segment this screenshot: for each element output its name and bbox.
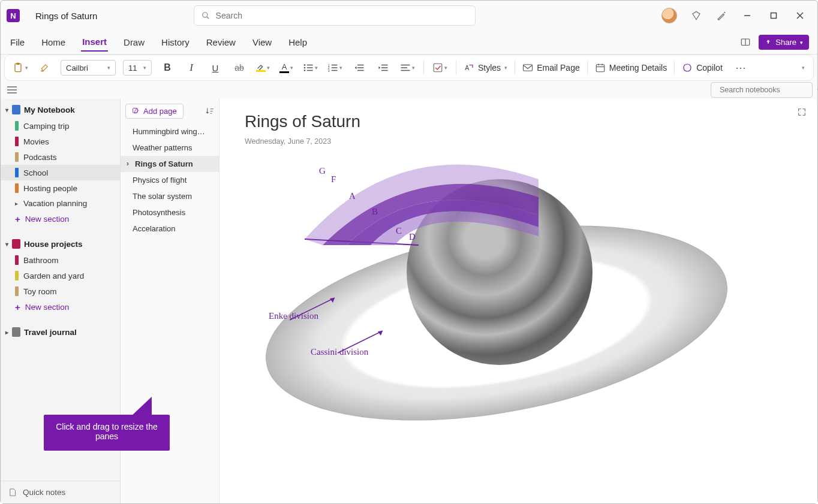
tab-home[interactable]: Home	[40, 34, 67, 51]
notebook-header[interactable]: ▾ House projects	[1, 236, 120, 252]
section-item[interactable]: School	[1, 165, 120, 180]
reading-view-icon[interactable]	[739, 37, 751, 49]
tab-review[interactable]: Review	[205, 34, 237, 51]
resize-tooltip: Click and drag to resize the panes	[44, 415, 170, 451]
section-item[interactable]: Podcasts	[1, 149, 120, 165]
nav-toggle-button[interactable]	[5, 83, 19, 96]
checkbox-icon	[432, 62, 443, 73]
share-button[interactable]: Share ▾	[759, 35, 809, 50]
svg-point-12	[304, 64, 306, 66]
search-icon	[202, 11, 210, 20]
share-label: Share	[775, 38, 796, 47]
format-painter-button[interactable]	[37, 59, 53, 76]
quick-notes-label: Quick notes	[23, 488, 65, 497]
meeting-details-button[interactable]: Meeting Details	[595, 62, 667, 73]
section-item[interactable]: Bathroom	[1, 252, 120, 268]
copilot-label: Copilot	[696, 63, 723, 73]
styles-button[interactable]: A Styles▾	[464, 62, 507, 73]
indent-button[interactable]	[375, 59, 392, 76]
notebooks-search[interactable]: ▾	[711, 82, 813, 98]
tab-view[interactable]: View	[251, 34, 273, 51]
email-page-label: Email Page	[537, 63, 580, 73]
svg-marker-31	[379, 67, 381, 70]
ring-label-a: A	[349, 191, 356, 201]
sections-sidebar: ▾ My NotebookCamping tripMoviesPodcastsS…	[1, 99, 121, 503]
diamond-icon[interactable]	[690, 10, 702, 22]
note-title[interactable]: Rings of Saturn	[245, 112, 792, 131]
maximize-button[interactable]	[767, 9, 780, 22]
section-item[interactable]: ▸Vacation planning	[1, 196, 120, 211]
page-item[interactable]: Rings of Saturn	[121, 156, 219, 172]
section-item[interactable]: Garden and yard	[1, 268, 120, 283]
title-bar: N Rings of Saturn	[1, 1, 817, 31]
outdent-icon	[354, 63, 365, 73]
page-item[interactable]: Photosynthesis	[121, 204, 219, 221]
underline-button[interactable]: U	[207, 59, 224, 76]
svg-rect-9	[15, 64, 21, 71]
font-name-value: Cailbri	[66, 64, 88, 73]
quick-notes-button[interactable]: Quick notes	[1, 481, 120, 503]
section-item[interactable]: Movies	[1, 134, 120, 149]
new-section-button[interactable]: +New section	[1, 299, 120, 315]
bullets-button[interactable]: ▾	[302, 59, 319, 76]
tab-insert[interactable]: Insert	[81, 33, 108, 52]
user-avatar[interactable]	[661, 8, 677, 23]
new-section-button[interactable]: +New section	[1, 211, 120, 227]
page-item[interactable]: Physics of flight	[121, 172, 219, 188]
svg-line-1	[206, 17, 209, 19]
svg-text:3: 3	[328, 69, 330, 73]
tab-help[interactable]: Help	[287, 34, 308, 51]
copilot-button[interactable]: Copilot	[682, 62, 723, 73]
font-color-button[interactable]: A▾	[278, 59, 294, 76]
tab-history[interactable]: History	[160, 34, 191, 51]
svg-point-2	[724, 12, 725, 13]
svg-point-14	[304, 67, 306, 69]
strikethrough-button[interactable]: ab	[231, 59, 248, 76]
global-search[interactable]	[194, 5, 476, 26]
notebooks-search-input[interactable]	[720, 86, 814, 94]
bold-button[interactable]: B	[159, 59, 176, 76]
ring-label-d: D	[409, 232, 416, 242]
font-color-icon: A	[279, 62, 289, 73]
todo-tag-button[interactable]: ▾	[431, 59, 449, 76]
add-page-button[interactable]: Add page	[125, 104, 184, 119]
minimize-button[interactable]	[741, 9, 754, 22]
page-item[interactable]: Hummingbird wing…	[121, 123, 219, 140]
font-name-select[interactable]: Cailbri▾	[61, 60, 116, 76]
highlight-icon	[256, 64, 266, 72]
sort-pages-button[interactable]	[205, 107, 214, 116]
ring-label-c: C	[396, 226, 402, 236]
notebook-header[interactable]: ▸ Travel journal	[1, 324, 120, 340]
svg-rect-11	[41, 70, 43, 72]
outdent-button[interactable]	[351, 59, 368, 76]
align-button[interactable]: ▾	[399, 59, 416, 76]
pen-sparkle-icon[interactable]	[715, 10, 727, 22]
italic-button[interactable]: I	[183, 59, 200, 76]
tab-draw[interactable]: Draw	[122, 34, 146, 51]
section-item[interactable]: Camping trip	[1, 118, 120, 134]
numbering-icon: 123	[327, 63, 338, 73]
ring-label-g: G	[319, 166, 326, 176]
page-item[interactable]: Weather patterns	[121, 140, 219, 156]
section-item[interactable]: Hosting people	[1, 180, 120, 196]
email-page-button[interactable]: Email Page	[522, 63, 580, 73]
ribbon-collapse-button[interactable]: ▾	[802, 65, 807, 71]
notebook-header[interactable]: ▾ My Notebook	[1, 101, 120, 118]
note-canvas[interactable]: Rings of Saturn Wednesday, June 7, 2023 …	[219, 99, 817, 503]
fullscreen-button[interactable]	[797, 107, 807, 117]
svg-rect-10	[17, 63, 20, 65]
tab-file[interactable]: File	[9, 34, 26, 51]
global-search-input[interactable]	[216, 11, 468, 20]
close-button[interactable]	[793, 9, 807, 22]
paintbrush-icon	[39, 62, 51, 74]
numbering-button[interactable]: 123▾	[326, 59, 344, 76]
page-item[interactable]: Accelaration	[121, 221, 219, 237]
section-item[interactable]: Toy room	[1, 283, 120, 299]
paste-button[interactable]: ▾	[11, 59, 29, 76]
indent-icon	[378, 63, 389, 73]
font-size-select[interactable]: 11▾	[123, 60, 152, 76]
highlight-button[interactable]: ▾	[255, 59, 271, 76]
document-title: Rings of Saturn	[26, 11, 97, 21]
page-item[interactable]: The solar system	[121, 188, 219, 204]
ribbon-overflow-button[interactable]: ⋯	[732, 59, 749, 76]
